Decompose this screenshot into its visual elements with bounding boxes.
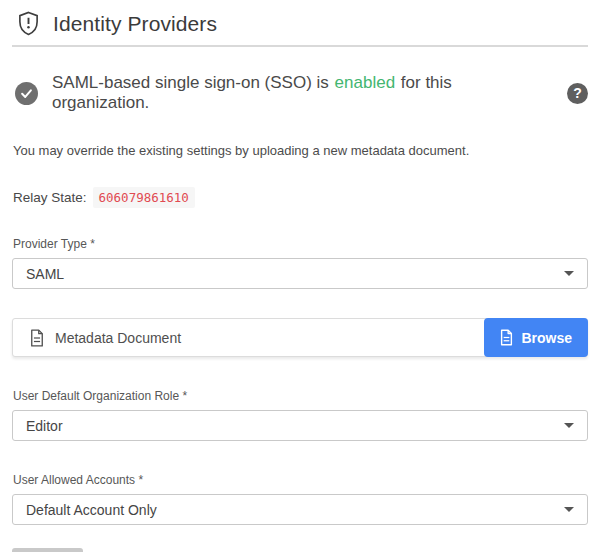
allowed-accounts-label: User Allowed Accounts * (12, 473, 588, 487)
page-title: Identity Providers (53, 12, 217, 36)
identity-providers-page: Identity Providers SAML-based single sig… (0, 0, 600, 552)
metadata-document-placeholder: Metadata Document (55, 330, 181, 346)
sso-status-row: SAML-based single sign-on (SSO) is enabl… (12, 73, 588, 113)
provider-type-group: Provider Type * SAML (12, 237, 588, 289)
relay-state-label: Relay State: (13, 190, 87, 205)
provider-type-label: Provider Type * (12, 237, 588, 251)
sso-status-state: enabled (335, 73, 396, 92)
shield-exclamation-icon (17, 11, 40, 36)
page-header: Identity Providers (12, 0, 588, 47)
relay-state-value: 606079861610 (93, 187, 195, 208)
override-note: You may override the existing settings b… (12, 143, 588, 158)
chevron-down-icon (564, 271, 574, 276)
file-icon (30, 329, 44, 347)
file-upload-icon (500, 329, 513, 346)
chevron-down-icon (564, 423, 574, 428)
metadata-document-upload[interactable]: Metadata Document Browse (12, 318, 588, 357)
sso-status-text-before: SAML-based single sign-on (SSO) is (52, 73, 329, 92)
sso-status-text: SAML-based single sign-on (SSO) is enabl… (52, 73, 553, 113)
default-role-select[interactable]: Editor (12, 410, 588, 441)
relay-state-row: Relay State: 606079861610 (12, 187, 588, 208)
allowed-accounts-select[interactable]: Default Account Only (12, 494, 588, 525)
allowed-accounts-group: User Allowed Accounts * Default Account … (12, 473, 588, 525)
default-role-group: User Default Organization Role * Editor (12, 389, 588, 441)
help-icon[interactable]: ? (567, 83, 588, 104)
chevron-down-icon (564, 507, 574, 512)
check-circle-icon (15, 82, 38, 105)
allowed-accounts-value: Default Account Only (26, 502, 157, 518)
provider-type-value: SAML (26, 266, 64, 282)
default-role-label: User Default Organization Role * (12, 389, 588, 403)
save-button[interactable]: Save (12, 548, 83, 552)
provider-type-select[interactable]: SAML (12, 258, 588, 289)
default-role-value: Editor (26, 418, 63, 434)
browse-button-label: Browse (521, 330, 572, 346)
browse-button[interactable]: Browse (484, 318, 588, 357)
